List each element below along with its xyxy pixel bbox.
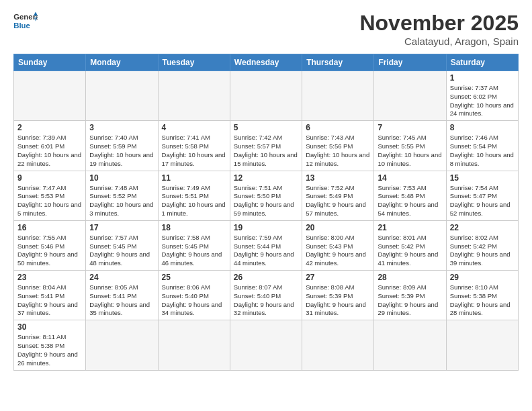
week-row-2: 2Sunrise: 7:39 AM Sunset: 6:01 PM Daylig… — [14, 121, 519, 171]
day-cell: 22Sunrise: 8:02 AM Sunset: 5:42 PM Dayli… — [446, 220, 518, 270]
day-cell — [230, 320, 302, 370]
day-cell — [86, 320, 158, 370]
day-info: Sunrise: 7:58 AM Sunset: 5:45 PM Dayligh… — [162, 234, 226, 268]
calendar-subtitle: Calatayud, Aragon, Spain — [359, 36, 519, 47]
day-cell — [158, 320, 230, 370]
day-info: Sunrise: 7:59 AM Sunset: 5:44 PM Dayligh… — [234, 234, 298, 268]
day-info: Sunrise: 7:43 AM Sunset: 5:56 PM Dayligh… — [306, 134, 370, 168]
day-cell: 25Sunrise: 8:06 AM Sunset: 5:40 PM Dayli… — [158, 271, 230, 320]
day-info: Sunrise: 7:54 AM Sunset: 5:47 PM Dayligh… — [450, 184, 515, 218]
day-cell: 7Sunrise: 7:45 AM Sunset: 5:55 PM Daylig… — [374, 121, 446, 171]
day-info: Sunrise: 8:11 AM Sunset: 5:38 PM Dayligh… — [17, 333, 82, 367]
day-info: Sunrise: 7:40 AM Sunset: 5:59 PM Dayligh… — [89, 134, 154, 168]
day-number: 5 — [234, 123, 298, 132]
day-number: 21 — [378, 223, 442, 232]
day-cell: 11Sunrise: 7:49 AM Sunset: 5:51 PM Dayli… — [158, 171, 230, 220]
day-cell — [446, 320, 518, 370]
day-number: 8 — [450, 123, 515, 132]
day-cell: 6Sunrise: 7:43 AM Sunset: 5:56 PM Daylig… — [302, 121, 374, 171]
day-info: Sunrise: 7:57 AM Sunset: 5:45 PM Dayligh… — [89, 234, 154, 268]
day-info: Sunrise: 8:09 AM Sunset: 5:39 PM Dayligh… — [378, 283, 442, 318]
day-info: Sunrise: 8:10 AM Sunset: 5:38 PM Dayligh… — [450, 283, 515, 318]
week-row-5: 23Sunrise: 8:04 AM Sunset: 5:41 PM Dayli… — [14, 271, 519, 320]
day-info: Sunrise: 8:00 AM Sunset: 5:43 PM Dayligh… — [306, 234, 370, 268]
day-number: 3 — [89, 123, 154, 132]
day-cell — [374, 71, 446, 121]
svg-text:General: General — [13, 13, 38, 21]
day-cell — [374, 320, 446, 370]
day-cell: 18Sunrise: 7:58 AM Sunset: 5:45 PM Dayli… — [158, 220, 230, 270]
day-number: 12 — [234, 173, 298, 183]
day-cell: 28Sunrise: 8:09 AM Sunset: 5:39 PM Dayli… — [374, 271, 446, 320]
day-info: Sunrise: 8:04 AM Sunset: 5:41 PM Dayligh… — [17, 283, 82, 318]
page: General Blue November 2025 Calatayud, Ar… — [0, 0, 532, 411]
day-number: 23 — [17, 273, 82, 282]
day-number: 24 — [89, 273, 154, 282]
day-number: 15 — [450, 173, 515, 183]
day-number: 29 — [450, 273, 515, 282]
col-saturday: Saturday — [446, 54, 518, 71]
day-cell: 29Sunrise: 8:10 AM Sunset: 5:38 PM Dayli… — [446, 271, 518, 320]
day-info: Sunrise: 7:49 AM Sunset: 5:51 PM Dayligh… — [162, 184, 226, 218]
generalblue-logo-icon: General Blue — [13, 11, 38, 31]
day-info: Sunrise: 7:41 AM Sunset: 5:58 PM Dayligh… — [162, 134, 226, 168]
day-cell — [14, 71, 86, 121]
day-info: Sunrise: 8:06 AM Sunset: 5:40 PM Dayligh… — [162, 283, 226, 318]
day-cell — [230, 71, 302, 121]
day-cell — [302, 71, 374, 121]
day-cell: 4Sunrise: 7:41 AM Sunset: 5:58 PM Daylig… — [158, 121, 230, 171]
day-cell: 27Sunrise: 8:08 AM Sunset: 5:39 PM Dayli… — [302, 271, 374, 320]
day-cell: 3Sunrise: 7:40 AM Sunset: 5:59 PM Daylig… — [86, 121, 158, 171]
day-info: Sunrise: 7:53 AM Sunset: 5:48 PM Dayligh… — [378, 184, 442, 218]
day-number: 7 — [378, 123, 442, 132]
day-cell: 20Sunrise: 8:00 AM Sunset: 5:43 PM Dayli… — [302, 220, 374, 270]
week-row-1: 1Sunrise: 7:37 AM Sunset: 6:02 PM Daylig… — [14, 71, 519, 121]
week-row-4: 16Sunrise: 7:55 AM Sunset: 5:46 PM Dayli… — [14, 220, 519, 270]
col-thursday: Thursday — [302, 54, 374, 71]
day-number: 9 — [17, 173, 82, 183]
day-info: Sunrise: 7:48 AM Sunset: 5:52 PM Dayligh… — [89, 184, 154, 218]
col-tuesday: Tuesday — [158, 54, 230, 71]
day-number: 16 — [17, 223, 82, 232]
day-info: Sunrise: 7:37 AM Sunset: 6:02 PM Dayligh… — [450, 84, 515, 118]
day-cell: 15Sunrise: 7:54 AM Sunset: 5:47 PM Dayli… — [446, 171, 518, 220]
col-friday: Friday — [374, 54, 446, 71]
day-cell — [86, 71, 158, 121]
day-info: Sunrise: 8:07 AM Sunset: 5:40 PM Dayligh… — [234, 283, 298, 318]
day-info: Sunrise: 7:51 AM Sunset: 5:50 PM Dayligh… — [234, 184, 298, 218]
day-number: 26 — [234, 273, 298, 282]
day-cell: 13Sunrise: 7:52 AM Sunset: 5:49 PM Dayli… — [302, 171, 374, 220]
day-number: 11 — [162, 173, 226, 183]
calendar-title: November 2025 — [359, 11, 519, 36]
day-cell: 19Sunrise: 7:59 AM Sunset: 5:44 PM Dayli… — [230, 220, 302, 270]
day-cell: 2Sunrise: 7:39 AM Sunset: 6:01 PM Daylig… — [14, 121, 86, 171]
week-row-6: 30Sunrise: 8:11 AM Sunset: 5:38 PM Dayli… — [14, 320, 519, 370]
day-cell: 30Sunrise: 8:11 AM Sunset: 5:38 PM Dayli… — [14, 320, 86, 370]
calendar-table: Sunday Monday Tuesday Wednesday Thursday… — [13, 54, 519, 371]
day-info: Sunrise: 8:01 AM Sunset: 5:42 PM Dayligh… — [378, 234, 442, 268]
day-number: 30 — [17, 322, 82, 332]
col-monday: Monday — [86, 54, 158, 71]
day-info: Sunrise: 8:02 AM Sunset: 5:42 PM Dayligh… — [450, 234, 515, 268]
day-cell: 8Sunrise: 7:46 AM Sunset: 5:54 PM Daylig… — [446, 121, 518, 171]
day-cell: 17Sunrise: 7:57 AM Sunset: 5:45 PM Dayli… — [86, 220, 158, 270]
week-row-3: 9Sunrise: 7:47 AM Sunset: 5:53 PM Daylig… — [14, 171, 519, 220]
day-cell: 5Sunrise: 7:42 AM Sunset: 5:57 PM Daylig… — [230, 121, 302, 171]
day-number: 6 — [306, 123, 370, 132]
day-cell — [302, 320, 374, 370]
day-number: 17 — [89, 223, 154, 232]
day-cell: 24Sunrise: 8:05 AM Sunset: 5:41 PM Dayli… — [86, 271, 158, 320]
day-cell: 21Sunrise: 8:01 AM Sunset: 5:42 PM Dayli… — [374, 220, 446, 270]
day-info: Sunrise: 8:08 AM Sunset: 5:39 PM Dayligh… — [306, 283, 370, 318]
day-number: 18 — [162, 223, 226, 232]
day-info: Sunrise: 7:46 AM Sunset: 5:54 PM Dayligh… — [450, 134, 515, 168]
day-cell: 10Sunrise: 7:48 AM Sunset: 5:52 PM Dayli… — [86, 171, 158, 220]
day-cell: 9Sunrise: 7:47 AM Sunset: 5:53 PM Daylig… — [14, 171, 86, 220]
day-info: Sunrise: 7:42 AM Sunset: 5:57 PM Dayligh… — [234, 134, 298, 168]
day-info: Sunrise: 7:47 AM Sunset: 5:53 PM Dayligh… — [17, 184, 82, 218]
col-wednesday: Wednesday — [230, 54, 302, 71]
header: General Blue November 2025 Calatayud, Ar… — [13, 11, 519, 47]
day-info: Sunrise: 7:52 AM Sunset: 5:49 PM Dayligh… — [306, 184, 370, 218]
day-cell: 26Sunrise: 8:07 AM Sunset: 5:40 PM Dayli… — [230, 271, 302, 320]
svg-text:Blue: Blue — [13, 21, 30, 30]
